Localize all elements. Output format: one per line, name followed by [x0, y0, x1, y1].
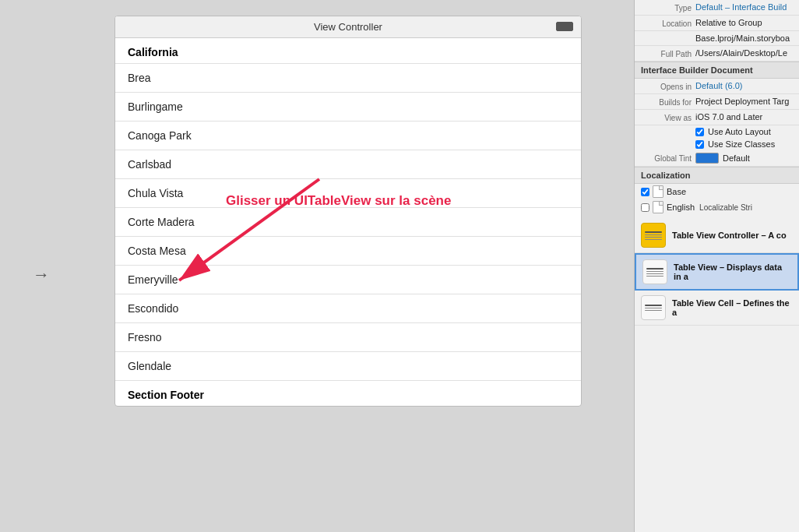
opens-in-value: Default (6.0) — [695, 81, 793, 90]
view-as-row: View as iOS 7.0 and Later — [635, 110, 799, 125]
loc-english-row[interactable]: English Localizable Stri — [635, 199, 799, 215]
list-item: Costa Mesa — [115, 237, 581, 266]
localization-section-title: Localization — [635, 167, 799, 184]
tv-text: Table View – Displays data in a — [674, 262, 791, 281]
type-label: Type — [641, 2, 695, 12]
vc-title: View Controller — [314, 21, 382, 33]
global-tint-row: Global Tint Default — [635, 150, 799, 167]
size-classes-label: Use Size Classes — [708, 139, 775, 149]
loc-english-string: Localizable Stri — [699, 203, 752, 212]
table-view-controller-icon — [641, 223, 666, 248]
library-items: Table View Controller – A co Table View … — [635, 218, 799, 532]
left-arrow-indicator: → — [33, 265, 50, 285]
tv-line2 — [646, 271, 663, 272]
auto-layout-label: Use Auto Layout — [708, 127, 771, 136]
opens-in-row: Opens in Default (6.0) — [635, 79, 799, 94]
view-as-value: iOS 7.0 and Later — [695, 112, 793, 122]
loc-english-file-icon — [653, 201, 663, 213]
global-tint-label: Global Tint — [641, 154, 695, 163]
tv-icon-lines — [646, 268, 663, 277]
base-path-label — [641, 33, 695, 35]
list-item: Carlsbad — [115, 150, 581, 179]
base-path-value: Base.lproj/Main.storyboa — [695, 33, 793, 43]
base-path-row: Base.lproj/Main.storyboa — [635, 31, 799, 46]
size-classes-row[interactable]: Use Size Classes — [635, 138, 799, 150]
tvc2-text: Table View Cell – Defines the a — [672, 298, 793, 317]
tv-line3 — [646, 273, 663, 274]
location-value: Relative to Group — [695, 18, 793, 27]
view-controller-box: View Controller California Brea Burlinga… — [114, 16, 582, 407]
table-view-cell-icon — [641, 295, 666, 320]
builds-for-row: Builds for Project Deployment Targ — [635, 94, 799, 110]
list-item: Emeryville — [115, 266, 581, 294]
location-row: Location Relative to Group — [635, 16, 799, 31]
loc-base-row[interactable]: Base — [635, 184, 799, 199]
lib-item-table-view-controller[interactable]: Table View Controller – A co — [635, 218, 799, 253]
list-item: Escondido — [115, 294, 581, 323]
battery-icon — [556, 22, 573, 31]
auto-layout-row[interactable]: Use Auto Layout — [635, 125, 799, 138]
type-value: Default – Interface Build — [695, 2, 793, 12]
full-path-label: Full Path — [641, 48, 695, 58]
builds-for-value: Project Deployment Targ — [695, 97, 793, 106]
tvc2-line3 — [645, 310, 662, 311]
list-item: Glendale — [115, 352, 581, 381]
tvc2-icon-lines — [645, 305, 662, 311]
list-item: California — [115, 38, 581, 64]
tvc-text: Table View Controller – A co — [672, 231, 793, 240]
list-item: Corte Madera — [115, 208, 581, 237]
global-tint-swatch[interactable] — [695, 153, 719, 164]
opens-in-label: Opens in — [641, 81, 695, 91]
tvc-line3 — [645, 237, 662, 238]
tv-name: Table View – Displays data in a — [674, 262, 791, 281]
full-path-value: /Users/Alain/Desktop/Le — [695, 48, 793, 58]
location-label: Location — [641, 18, 695, 28]
ib-doc-section-title: Interface Builder Document — [635, 62, 799, 79]
tvc2-name: Table View Cell – Defines the a — [672, 298, 793, 317]
loc-english-checkbox[interactable] — [641, 203, 649, 212]
list-item-section-footer: Section Footer — [115, 381, 581, 406]
loc-base-file-icon — [653, 185, 663, 198]
tvc2-line2 — [645, 308, 662, 308]
list-item: Fresno — [115, 323, 581, 352]
full-path-row: Full Path /Users/Alain/Desktop/Le — [635, 46, 799, 62]
tvc-line4 — [645, 239, 662, 240]
loc-base-checkbox[interactable] — [641, 188, 649, 196]
type-row: Type Default – Interface Build — [635, 0, 799, 16]
view-as-label: View as — [641, 112, 695, 122]
canvas-area: → View Controller California Brea Burlin… — [0, 0, 634, 532]
size-classes-checkbox[interactable] — [695, 140, 704, 149]
tvc-line1 — [645, 231, 662, 233]
lib-item-table-view[interactable]: Table View – Displays data in a — [635, 253, 799, 291]
lib-item-table-view-cell[interactable]: Table View Cell – Defines the a — [635, 291, 799, 326]
loc-english-label: English — [667, 203, 695, 212]
auto-layout-checkbox[interactable] — [695, 128, 704, 136]
vc-title-bar: View Controller — [115, 16, 581, 38]
tv-line1 — [646, 268, 663, 270]
list-item: Burlingame — [115, 93, 581, 122]
tvc2-line1 — [645, 305, 662, 306]
list-item: Brea — [115, 64, 581, 93]
loc-base-label: Base — [667, 187, 686, 196]
builds-for-label: Builds for — [641, 97, 695, 107]
global-tint-name: Default — [723, 153, 750, 163]
tv-line4 — [646, 276, 663, 277]
tvc-name: Table View Controller – A co — [672, 231, 793, 240]
list-item: Canoga Park — [115, 122, 581, 150]
tvc-line2 — [645, 234, 662, 235]
annotation-text: Glisser un UITableView sur la scène — [226, 193, 451, 209]
tvc-icon-lines — [645, 231, 662, 240]
table-list: California Brea Burlingame Canoga Park C… — [115, 38, 581, 406]
inspector-panel: Type Default – Interface Build Location … — [634, 0, 799, 532]
table-view-icon — [642, 259, 667, 284]
